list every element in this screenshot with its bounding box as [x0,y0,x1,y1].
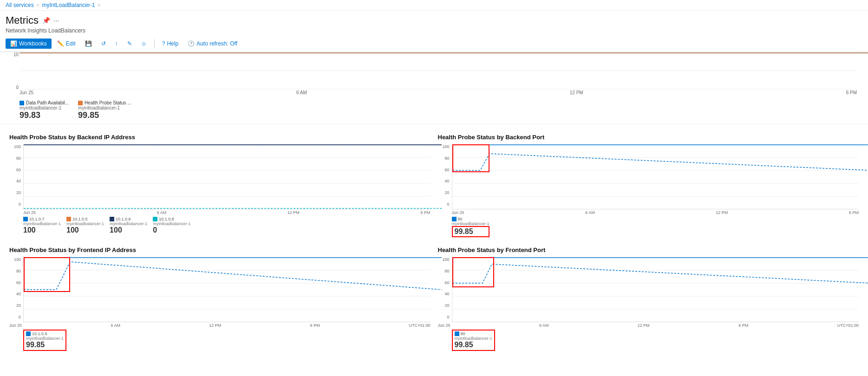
chart-frontend-ip-legend: 10.1.0.9 myintloadbalancer-1 99.85 [23,330,431,351]
chart-backend-ip-title: Health Probe Status by Backend IP Addres… [9,134,431,141]
all-services-link[interactable]: All services [6,2,34,8]
charts-grid: Health Probe Status by Backend IP Addres… [0,128,868,355]
chart-backend-port-xlabels: Jun 25 6 AM 12 PM 6 PM [452,210,859,215]
legend-value-1: 99.85 [78,110,131,120]
legend-backend-ip-2: 10.1.0.6 myintloadbalancer-1 100 [110,217,147,234]
toolbar: 📊 Workbooks ✏️ Edit 💾 ↺ ↑ ✎ ☺ ? Help 🕐 A… [0,36,868,52]
chart-frontend-ip-wrapper: 100 80 60 40 20 0 [9,257,431,328]
chart-backend-port-area [452,144,859,209]
auto-refresh-button[interactable]: 🕐 Auto refresh: Off [184,39,241,49]
legend-color-backend-ip-1 [66,217,71,221]
legend-item-1: Health Probe Status ... myintloadbalance… [78,100,131,120]
chart-frontend-ip-title: Health Probe Status by Frontend IP Addre… [9,246,431,253]
toolbar-separator [154,39,155,48]
legend-frontend-ip-0: 10.1.0.9 myintloadbalancer-1 99.85 [23,330,66,351]
page-header: Metrics 📌 ··· Network Insights LoadBalan… [0,11,868,36]
chart-frontend-ip-area [23,257,431,322]
top-chart-area: 10 0 Jun 25 6 AM 12 PM 6 PM Data Path Av… [0,52,868,124]
y-label-top: 10 [6,52,19,57]
chart-frontend-ip-svg [24,257,431,322]
save-button[interactable]: 💾 [81,39,96,49]
chart-backend-port: Health Probe Status by Backend Port 100 … [434,128,863,241]
chart-frontend-ip: Health Probe Status by Frontend IP Addre… [6,241,434,355]
x-label-6am: 6 AM [296,90,307,95]
breadcrumb: All services > myIntLoadBalancer-1 > [0,0,868,11]
workbooks-icon: 📊 [10,40,17,47]
header-actions: 📌 ··· [42,17,59,24]
chart-frontend-port-ylabels: 100 80 60 40 20 0 [438,257,451,319]
legend-color-backend-ip-3 [153,217,157,221]
legend-color-backend-ip-0 [23,217,28,221]
legend-backend-ip-3: 10.1.0.8 myintloadbalancer-1 0 [153,217,190,234]
page-subtitle: Network Insights LoadBalancers [6,27,862,34]
chart-backend-ip-ylabels: 100 80 60 40 20 0 [9,144,22,207]
top-chart-svg [20,52,857,89]
share-button[interactable]: ↑ [111,39,122,49]
chart-backend-ip: Health Probe Status by Backend IP Addres… [6,128,434,241]
x-label-6pm: 6 PM [846,90,857,95]
legend-color-frontend-ip-0 [26,331,31,336]
x-label-12pm: 12 PM [570,90,583,95]
chart-backend-port-ylabels: 100 80 60 40 20 0 [438,144,451,207]
annotate-button[interactable]: ✎ [124,39,136,49]
feedback-icon: ☺ [141,40,147,47]
legend-color-1 [78,101,83,105]
refresh-button[interactable]: ↺ [98,39,110,49]
legend-backend-ip-1: 10.1.0.5 myintloadbalancer-1 100 [66,217,104,234]
chart-backend-ip-svg [24,144,431,209]
chart-frontend-port: Health Probe Status by Frontend Port 100… [434,241,863,355]
red-box-backend-port: 99.85 [452,226,489,237]
chart-backend-port-legend: 80 myintloadbalancer-1 99.85 [452,217,859,237]
save-icon: 💾 [85,40,92,47]
legend-item-0: Data Path Availabil... myintloadbalancer… [20,100,69,120]
help-button[interactable]: ? Help [158,39,182,49]
legend-label-0: Data Path Availabil... [26,100,69,105]
top-chart-legend: Data Path Availabil... myintloadbalancer… [6,98,862,124]
resource-link[interactable]: myIntLoadBalancer-1 [42,2,95,8]
edit-icon: ✏️ [57,40,64,47]
breadcrumb-sep2: > [98,3,101,8]
y-label-bottom: 0 [6,85,19,90]
legend-sub-1: myintloadbalancer-1 [78,105,131,110]
chart-frontend-port-legend: 80 myintloadbalancer-1 99.85 [452,330,859,351]
clock-icon: 🕐 [188,40,195,47]
help-icon: ? [162,40,165,47]
legend-frontend-port-0: 80 myintloadbalancer-1 99.85 [452,330,495,351]
chart-backend-port-svg [452,144,859,209]
breadcrumb-sep1: > [37,3,39,8]
legend-color-backend-ip-2 [110,217,114,221]
legend-backend-port-0: 80 myintloadbalancer-1 99.85 [452,217,489,237]
chart-frontend-port-wrapper: 100 80 60 40 20 0 [438,257,859,328]
chart-backend-ip-legend: 10.1.0.7 myintloadbalancer-1 100 10.1.0.… [23,217,431,234]
chart-frontend-port-xlabels: Jun 25 6 AM 12 PM 6 PM UTC+01:00 [438,323,859,328]
legend-backend-ip-0: 10.1.0.7 myintloadbalancer-1 100 [23,217,61,234]
chart-backend-ip-area [23,144,431,209]
legend-label-1: Health Probe Status ... [85,100,131,105]
chart-frontend-port-area [452,257,859,322]
page-title: Metrics [6,14,39,26]
chart-backend-port-title: Health Probe Status by Backend Port [438,134,859,141]
workbooks-button[interactable]: 📊 Workbooks [6,39,52,49]
chart-frontend-ip-ylabels: 100 80 60 40 20 0 [9,257,22,319]
share-icon: ↑ [115,40,118,47]
chart-frontend-port-title: Health Probe Status by Frontend Port [438,246,859,253]
legend-sub-0: myintloadbalancer-1 [20,105,69,110]
legend-color-0 [20,101,24,105]
legend-color-backend-port-0 [452,217,457,221]
chart-backend-port-wrapper: 100 80 60 40 20 0 [438,144,859,215]
pin-icon[interactable]: 📌 [42,17,50,24]
red-box-frontend-ip: 10.1.0.9 myintloadbalancer-1 99.85 [23,330,66,351]
red-box-frontend-port: 80 myintloadbalancer-1 99.85 [452,330,495,351]
x-label-jun25: Jun 25 [20,90,33,95]
refresh-icon: ↺ [101,40,106,47]
edit-button[interactable]: ✏️ Edit [53,39,79,49]
chart-frontend-ip-xlabels: Jun 25 6 AM 12 PM 6 PM UTC+01:00 [9,323,431,328]
chart-backend-ip-xlabels: Jun 25 6 AM 12 PM 6 PM [23,210,431,215]
chart-frontend-port-svg [452,257,859,322]
more-icon[interactable]: ··· [54,17,59,24]
utc-label-frontend-ip: UTC+01:00 [409,323,430,328]
annotate-icon: ✎ [127,40,132,47]
legend-color-frontend-port-0 [455,331,459,336]
legend-value-0: 99.83 [20,110,69,120]
feedback-button[interactable]: ☺ [137,39,150,49]
